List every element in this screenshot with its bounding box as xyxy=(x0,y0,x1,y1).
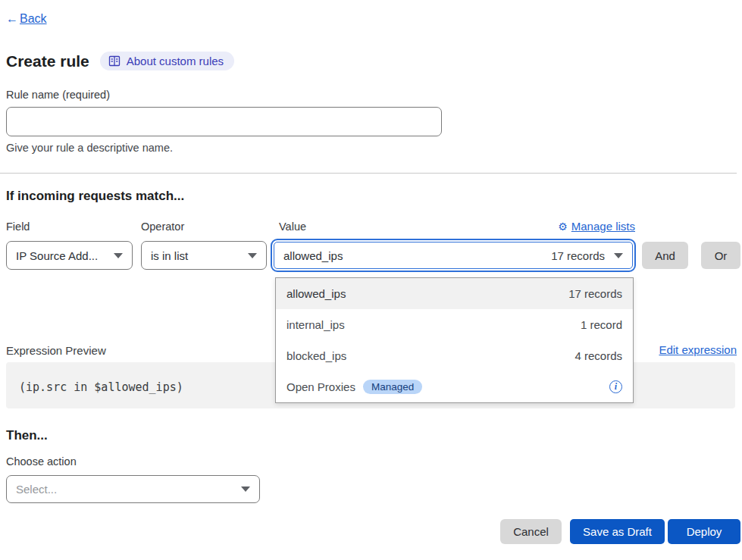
or-button[interactable]: Or xyxy=(701,242,740,269)
list-option-name: blocked_ips xyxy=(286,349,346,362)
page-title: Create rule xyxy=(6,52,89,70)
manage-lists-label[interactable]: Manage lists xyxy=(571,220,635,233)
operator-label: Operator xyxy=(141,221,184,233)
footer-actions: Cancel Save as Draft Deploy xyxy=(0,519,742,544)
back-arrow-icon: ← xyxy=(6,12,18,26)
and-button[interactable]: And xyxy=(642,242,688,269)
field-select-value: IP Source Add... xyxy=(16,249,98,262)
then-section-heading: Then... xyxy=(6,428,48,443)
action-select[interactable]: Select... xyxy=(6,475,260,503)
field-select[interactable]: IP Source Add... xyxy=(6,241,133,270)
manage-lists-link[interactable]: ⚙ Manage lists xyxy=(558,220,635,233)
info-icon[interactable]: i xyxy=(609,380,622,393)
match-section-heading: If incoming requests match... xyxy=(6,189,184,204)
value-records-count: 17 records xyxy=(551,249,605,262)
about-badge-label: About custom rules xyxy=(127,55,224,67)
rule-name-label: Rule name (required) xyxy=(6,89,110,101)
expression-code: (ip.src in $allowed_ips) xyxy=(19,380,183,394)
list-option-name: allowed_ips xyxy=(286,287,346,300)
chevron-down-icon xyxy=(114,253,123,258)
value-label: Value xyxy=(279,221,306,233)
about-custom-rules-link[interactable]: About custom rules xyxy=(100,52,234,70)
chevron-down-icon xyxy=(248,253,257,258)
action-select-placeholder: Select... xyxy=(16,483,57,496)
operator-select[interactable]: is in list xyxy=(141,241,267,270)
list-option-records: 4 records xyxy=(575,349,622,362)
chevron-down-icon xyxy=(614,253,623,258)
rule-name-input[interactable] xyxy=(6,107,442,136)
list-option-name: internal_ips xyxy=(286,318,345,331)
value-select-value: allowed_ips xyxy=(283,249,343,262)
list-option-blocked-ips[interactable]: blocked_ips 4 records xyxy=(276,340,633,371)
list-option-name: Open Proxies xyxy=(286,380,355,393)
list-option-records: 17 records xyxy=(568,287,622,300)
back-link[interactable]: ←Back xyxy=(6,12,47,26)
operator-select-value: is in list xyxy=(151,249,188,262)
section-divider xyxy=(0,173,737,174)
value-select[interactable]: allowed_ips 17 records xyxy=(271,239,636,272)
gear-icon: ⚙ xyxy=(558,221,568,233)
expression-preview-label: Expression Preview xyxy=(6,344,106,357)
rule-name-helper: Give your rule a descriptive name. xyxy=(6,142,173,154)
list-option-internal-ips[interactable]: internal_ips 1 record xyxy=(276,309,633,340)
choose-action-label: Choose action xyxy=(6,455,77,468)
save-as-draft-button[interactable]: Save as Draft xyxy=(570,519,665,544)
managed-badge: Managed xyxy=(363,380,422,394)
back-label[interactable]: Back xyxy=(20,12,47,25)
list-option-open-proxies[interactable]: Open Proxies Managed i xyxy=(276,371,633,402)
cancel-button[interactable]: Cancel xyxy=(500,519,562,544)
deploy-button[interactable]: Deploy xyxy=(668,519,740,544)
book-icon xyxy=(108,55,121,67)
create-rule-page: ←Back Create rule About custom rules Rul… xyxy=(0,0,742,560)
list-dropdown: allowed_ips 17 records internal_ips 1 re… xyxy=(275,277,634,403)
chevron-down-icon xyxy=(241,486,250,492)
field-label: Field xyxy=(6,221,30,233)
list-option-allowed-ips[interactable]: allowed_ips 17 records xyxy=(276,278,633,309)
edit-expression-link[interactable]: Edit expression xyxy=(659,343,737,356)
list-option-records: 1 record xyxy=(581,318,622,331)
